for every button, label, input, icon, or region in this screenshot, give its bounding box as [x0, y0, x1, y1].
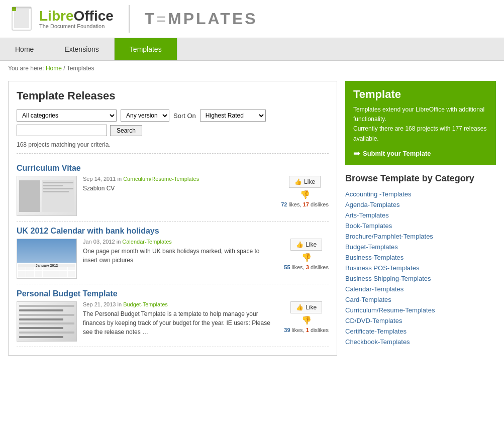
calendar-dislike-icon[interactable]: 👎 [301, 253, 312, 262]
nav-templates[interactable]: Templates [115, 38, 177, 60]
category-link[interactable]: Certificate-Templates [345, 327, 407, 335]
browse-category-section: Browse Template by Category Accounting -… [345, 173, 496, 347]
category-link[interactable]: Checkbook-Templates [345, 338, 410, 346]
template-item: Curriculum Vitae [17, 159, 329, 222]
calendar-info: Jan 03, 2012 in Calendar-Templates One p… [83, 239, 273, 265]
item-title-cv[interactable]: Curriculum Vitae [17, 164, 329, 173]
search-row: Search [17, 125, 329, 136]
main-content: Template Releases All categories Calenda… [0, 76, 504, 361]
submit-template-label: Submit your Template [363, 150, 431, 157]
breadcrumb-home[interactable]: Home [46, 65, 62, 72]
breadcrumb: You are here: Home / Templates [0, 61, 504, 76]
cv-category-link[interactable]: Curriculum/Resume-Templates [123, 176, 199, 182]
item-title-calendar[interactable]: UK 2012 Calendar with bank holidays [17, 227, 329, 236]
template-releases-box: Template Releases All categories Calenda… [8, 81, 337, 356]
category-link[interactable]: Arts-Templates [345, 211, 389, 219]
calendar-like-button[interactable]: 👍 Like [290, 239, 322, 251]
search-button[interactable]: Search [110, 125, 142, 136]
budget-dislike-icon[interactable]: 👎 [301, 315, 312, 325]
logo-text-area: LibreOffice The Document Foundation [39, 9, 114, 29]
cv-votes: 👍 Like 👎 72 likes, 17 dislikes [281, 176, 329, 207]
cv-dislike-icon[interactable]: 👎 [300, 190, 310, 199]
category-link[interactable]: Business POS-Templates [345, 264, 419, 272]
calendar-votes: 👍 Like 👎 55 likes, 3 dislikes [284, 239, 329, 270]
libreoffice-logo-icon [10, 5, 35, 33]
arrow-right-icon: ➡ [353, 149, 360, 158]
budget-vote-count: 39 likes, 1 dislikes [284, 327, 329, 333]
list-item: Certificate-Templates [345, 326, 496, 337]
left-panel: Template Releases All categories Calenda… [8, 81, 337, 356]
item-body-budget: Sep 21, 2013 in Budget-Templates The Per… [17, 301, 329, 342]
logo-office: Office [73, 8, 113, 24]
category-link[interactable]: Business Shipping-Templates [345, 275, 431, 282]
item-title-budget[interactable]: Personal Budget Template [17, 289, 329, 298]
template-item: UK 2012 Calendar with bank holidays Janu… [17, 222, 329, 284]
cv-thumbnail [17, 176, 77, 216]
search-input[interactable] [17, 125, 107, 136]
list-item: Curriculum/Resume-Templates [345, 305, 496, 315]
category-link[interactable]: Accounting -Templates [345, 190, 412, 198]
list-item: Checkbook-Templates [345, 337, 496, 347]
info-box-title: Template [353, 88, 488, 101]
breadcrumb-current: Templates [67, 65, 94, 72]
category-list: Accounting -Templates Agenda-Templates A… [345, 189, 496, 347]
category-link[interactable]: Curriculum/Resume-Templates [345, 306, 435, 314]
budget-category-link[interactable]: Budget-Templates [123, 301, 168, 307]
calendar-category-link[interactable]: Calendar-Templates [122, 239, 171, 245]
filter-row: All categories Calendar-Templates Budget… [17, 110, 329, 122]
version-select[interactable]: Any version 4.x 3.x 2.x [121, 110, 169, 122]
budget-votes: 👍 Like 👎 39 likes, 1 dislikes [284, 301, 329, 333]
right-panel: Template Templates extend your LibreOffi… [345, 81, 496, 356]
thumb-up-icon: 👍 [296, 241, 304, 248]
category-link[interactable]: Agenda-Templates [345, 201, 399, 208]
item-body-calendar: January 2012 [17, 239, 329, 279]
template-item: Personal Budget Template [17, 284, 329, 347]
category-link[interactable]: Brochure/Pamphlet-Templates [345, 233, 433, 240]
submit-template-link[interactable]: ➡ Submit your Template [353, 149, 431, 158]
info-box-desc: Templates extend your LibreOffice with a… [353, 105, 488, 144]
breadcrumb-separator: / [62, 65, 67, 72]
cv-info: Sep 14, 2011 in Curriculum/Resume-Templa… [83, 176, 270, 193]
category-link[interactable]: CD/DVD-Templates [345, 317, 402, 324]
category-link[interactable]: Book-Templates [345, 222, 392, 230]
nav-extensions[interactable]: Extensions [49, 38, 114, 60]
calendar-vote-count: 55 likes, 3 dislikes [284, 264, 329, 270]
budget-desc: The Personal Budget Template is a templa… [83, 309, 273, 337]
nav-home[interactable]: Home [0, 38, 49, 60]
cv-meta: Sep 14, 2011 in Curriculum/Resume-Templa… [83, 176, 270, 182]
list-item: Agenda-Templates [345, 199, 496, 210]
browse-category-title: Browse Template by Category [345, 173, 496, 184]
list-item: Book-Templates [345, 221, 496, 231]
list-item: Brochure/Pamphlet-Templates [345, 231, 496, 242]
category-link[interactable]: Budget-Templates [345, 243, 398, 251]
list-item: Budget-Templates [345, 242, 496, 252]
logo-libre: Libre [39, 8, 73, 24]
list-item: Card-Templates [345, 294, 496, 305]
cv-vote-count: 72 likes, 17 dislikes [281, 201, 329, 207]
category-select[interactable]: All categories Calendar-Templates Budget… [17, 110, 117, 122]
thumb-up-icon: 👍 [296, 304, 304, 311]
cv-like-button[interactable]: 👍 Like [289, 176, 321, 188]
header: LibreOffice The Document Foundation T=MP… [0, 0, 504, 38]
thumb-up-icon: 👍 [294, 178, 302, 185]
breadcrumb-prefix: You are here: [8, 65, 46, 72]
item-body-cv: Sep 14, 2011 in Curriculum/Resume-Templa… [17, 176, 329, 216]
list-item: Calendar-Templates [345, 284, 496, 294]
logo-area: LibreOffice The Document Foundation [10, 5, 130, 33]
calendar-meta: Jan 03, 2012 in Calendar-Templates [83, 239, 273, 245]
list-item: Arts-Templates [345, 210, 496, 221]
category-link[interactable]: Card-Templates [345, 296, 391, 303]
list-item: Accounting -Templates [345, 189, 496, 199]
budget-like-button[interactable]: 👍 Like [290, 301, 322, 313]
header-title: T=MPLATES [145, 10, 258, 28]
calendar-thumbnail: January 2012 [17, 239, 77, 279]
category-link[interactable]: Business-Templates [345, 254, 404, 261]
main-nav: Home Extensions Templates [0, 38, 504, 61]
sort-select[interactable]: Highest Rated Newest First Most Download… [200, 110, 266, 122]
list-item: Business POS-Templates [345, 263, 496, 273]
list-item: Business-Templates [345, 252, 496, 263]
svg-rect-1 [14, 9, 29, 28]
results-count: 168 projects matching your criteria. [17, 141, 329, 154]
category-link[interactable]: Calendar-Templates [345, 285, 404, 293]
template-info-box: Template Templates extend your LibreOffi… [345, 81, 496, 165]
